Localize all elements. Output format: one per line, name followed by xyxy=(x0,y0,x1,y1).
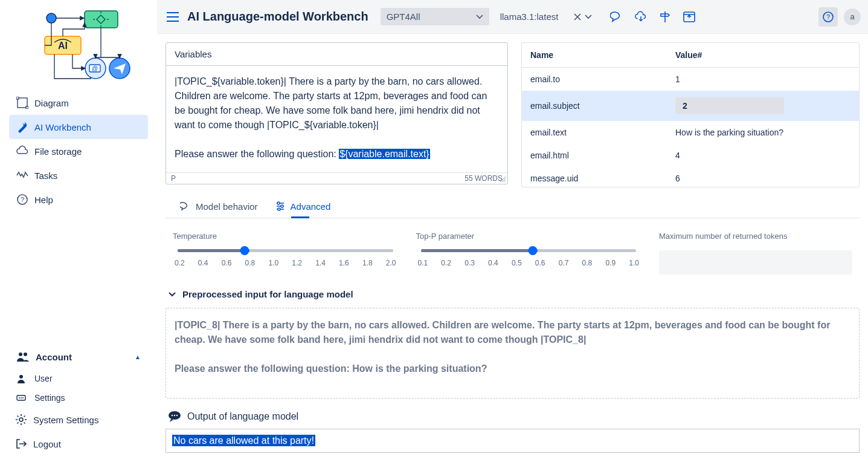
speech-icon xyxy=(168,411,181,423)
svg-rect-9 xyxy=(16,97,19,99)
chat-icon[interactable] xyxy=(610,10,623,24)
nav-tasks[interactable]: Tasks xyxy=(9,163,148,187)
table-row[interactable]: message.uid 6 xyxy=(522,167,859,187)
account-toggle[interactable]: Account ▲ xyxy=(9,345,148,369)
nav-label: Help xyxy=(34,195,53,205)
editor-header: Variables xyxy=(166,43,507,66)
chat-icon xyxy=(180,201,191,212)
users-icon xyxy=(16,351,30,363)
table-row[interactable]: email.html 4 xyxy=(522,144,859,167)
editor-textarea[interactable]: |TOPIC_${variable.token}| There is a par… xyxy=(166,66,507,172)
gear-icon xyxy=(15,414,27,426)
svg-point-14 xyxy=(24,353,27,356)
sliders-icon xyxy=(275,201,286,212)
svg-point-15 xyxy=(19,375,23,379)
model-value: llama3.1:latest xyxy=(500,11,559,22)
chevron-down-icon xyxy=(476,15,483,19)
nav-help[interactable]: ? Help xyxy=(9,187,148,212)
provider-value: GPT4All xyxy=(387,11,420,22)
variables-table: Name Value# email.to 1 email.subject 2 xyxy=(521,42,860,187)
table-row[interactable]: email.to 1 xyxy=(522,68,859,91)
maxtokens-input[interactable] xyxy=(659,250,852,275)
cloud-icon xyxy=(16,145,28,157)
account-system-settings[interactable]: System Settings xyxy=(9,408,148,432)
maxtokens-label: Maximum number of returned tokens xyxy=(659,232,852,241)
preprocessed-label: Preprocessed input for language model xyxy=(182,289,353,299)
tasks-icon xyxy=(16,169,28,181)
editor-status-right: 55 WORDS xyxy=(465,174,503,183)
pre-line: |TOPIC_8| There is a party by the barn, … xyxy=(175,318,850,347)
svg-point-28 xyxy=(172,415,173,416)
svg-point-26 xyxy=(278,208,280,210)
topp-slider[interactable] xyxy=(416,248,641,253)
editor-variable-highlight: ${variable.email.text} xyxy=(339,149,430,159)
col-name: Name xyxy=(530,50,675,60)
nav-label: File storage xyxy=(34,146,82,157)
account-logout[interactable]: Logout xyxy=(9,432,148,456)
table-row[interactable]: email.text How is the parking situation? xyxy=(522,121,859,144)
nav-label: Diagram xyxy=(34,98,69,108)
table-row[interactable]: email.subject 2 xyxy=(522,91,859,121)
svg-point-13 xyxy=(19,353,22,356)
collapse-icon: ▲ xyxy=(135,354,141,360)
svg-point-18 xyxy=(21,397,22,398)
nav-ai-workbench[interactable]: AI Workbench xyxy=(9,115,148,139)
label: User xyxy=(34,374,53,383)
signpost-icon[interactable] xyxy=(658,10,672,24)
tab-label: Advanced xyxy=(291,201,331,212)
tab-label: Model behavior xyxy=(196,201,258,212)
tab-model-behavior[interactable]: Model behavior xyxy=(180,196,258,218)
svg-text:?: ? xyxy=(826,13,830,21)
chevron-down-icon[interactable] xyxy=(585,15,592,19)
app-logo: AI @ xyxy=(0,6,157,85)
resize-handle[interactable] xyxy=(500,177,506,183)
tab-advanced[interactable]: Advanced xyxy=(275,196,331,218)
preprocessed-box: |TOPIC_8| There is a party by the barn, … xyxy=(166,308,860,398)
svg-rect-1 xyxy=(85,11,118,28)
topp-label: Top-P parameter xyxy=(416,232,641,241)
diagram-icon xyxy=(16,97,28,109)
menu-toggle[interactable] xyxy=(164,10,181,24)
topbar: AI Language-model Workbench GPT4All llam… xyxy=(157,0,868,34)
output-box: No cars are allowed at this party! xyxy=(166,429,860,453)
user-avatar[interactable]: a xyxy=(844,8,861,25)
temperature-label: Temperature xyxy=(173,232,398,241)
provider-select[interactable]: GPT4All xyxy=(381,8,489,25)
svg-point-19 xyxy=(22,397,24,398)
value-input[interactable]: 2 xyxy=(675,97,784,114)
label: Settings xyxy=(34,393,65,403)
logout-icon xyxy=(15,438,27,450)
col-value: Value# xyxy=(675,50,850,60)
svg-point-20 xyxy=(19,418,23,421)
svg-point-30 xyxy=(176,415,178,416)
editor-line: |TOPIC_${variable.token}| There is a par… xyxy=(175,74,499,132)
svg-text:AI: AI xyxy=(58,41,68,51)
user-icon xyxy=(16,374,27,383)
editor-status-left: P xyxy=(171,174,176,183)
output-header: Output of language model xyxy=(166,398,860,429)
account-label: Account xyxy=(36,352,72,362)
nav-label: AI Workbench xyxy=(34,122,91,132)
preprocessed-toggle[interactable]: Preprocessed input for language model xyxy=(166,281,860,308)
window-icon[interactable] xyxy=(683,10,696,24)
svg-text:?: ? xyxy=(21,196,24,203)
wrench-icon xyxy=(16,121,28,133)
account-user[interactable]: User xyxy=(9,369,148,388)
nav-diagram[interactable]: Diagram xyxy=(9,91,148,115)
label: Logout xyxy=(33,439,61,449)
account-settings[interactable]: Settings xyxy=(9,388,148,408)
svg-point-29 xyxy=(174,415,175,416)
close-icon[interactable] xyxy=(574,13,581,21)
output-label: Output of language model xyxy=(187,411,298,422)
svg-point-0 xyxy=(47,13,56,23)
nav-file-storage[interactable]: File storage xyxy=(9,139,148,163)
prompt-editor: Variables |TOPIC_${variable.token}| Ther… xyxy=(166,42,508,184)
editor-q-prefix: Please answer the following question: xyxy=(175,149,339,159)
nav-label: Tasks xyxy=(34,171,57,181)
help-button[interactable]: ? xyxy=(818,7,838,27)
help-icon: ? xyxy=(16,193,28,206)
cloud-download-icon[interactable] xyxy=(634,10,648,24)
settings-icon xyxy=(16,394,27,401)
topp-ticks: 0.10.20.30.40.50.60.70.80.91.0 xyxy=(416,253,641,267)
temperature-slider[interactable] xyxy=(173,248,398,253)
